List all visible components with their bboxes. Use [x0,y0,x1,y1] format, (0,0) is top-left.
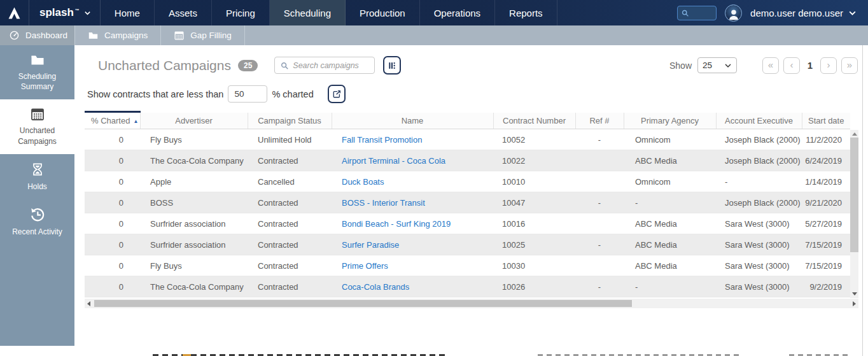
table-row[interactable]: 0Surfrider associationContractedBondi Be… [85,213,850,234]
cell-advertiser: Fly Buys [140,255,248,276]
column-chooser-button[interactable] [383,56,401,75]
campaign-link[interactable]: Fall Transit Promotion [342,135,422,145]
user-name: demo.user demo.user [750,8,843,18]
pagination: «‹1›» [762,57,858,74]
campaign-link[interactable]: BOSS - Interior Transit [342,198,425,208]
column-header-advertiser[interactable]: Advertiser [140,112,248,129]
sidebar-item-recent-activity[interactable]: Recent Activity [0,199,74,245]
sidebar-item-scheduling-summary[interactable]: Scheduling Summary [0,45,74,99]
toolbar-item-dashboard[interactable]: Dashboard [0,25,75,45]
folder-icon [88,30,99,41]
cell-contract-number: 10010 [493,171,575,192]
page-title: Uncharted Campaigns [98,58,231,73]
global-search[interactable] [677,6,717,20]
global-search-input[interactable] [692,8,716,17]
scroll-down-icon[interactable] [852,292,857,295]
cell-primary-agency: ABC Media [624,234,716,255]
column-header-name[interactable]: Name [332,112,493,129]
table-row[interactable]: 0Fly BuysContractedPrime Offers10030ABC … [85,255,850,276]
page-size-group: Show 25 [669,57,737,73]
nav-item-production[interactable]: Production [346,0,420,25]
section-toolbar: DashboardCampaignsGap Filling [0,25,868,45]
column-header-contract-number[interactable]: Contract Number [493,112,575,129]
campaign-link[interactable]: Bondi Beach - Surf King 2019 [342,219,451,229]
nav-item-pricing[interactable]: Pricing [212,0,270,25]
nav-item-home[interactable]: Home [101,0,155,25]
cell-start-date: 6/24/2019 [802,150,850,171]
table-row[interactable]: 0BOSSContractedBOSS - Interior Transit10… [85,192,850,213]
first-page-button[interactable]: « [762,57,779,74]
cell--charted: 0 [85,192,140,213]
vertical-scroll-thumb[interactable] [850,138,858,252]
sort-ascending-icon: ▲ [133,118,138,124]
previous-page-button[interactable]: ‹ [783,57,800,74]
sidebar-item-label: Recent Activity [12,227,62,237]
column-header-label: Campaign Status [258,116,321,125]
campaign-link[interactable]: Airport Terminal - Coca Cola [342,156,445,166]
main-content: Uncharted Campaigns 25 Show 25 «‹1›» Sho… [74,45,868,356]
cell-ref-: - [575,276,624,297]
column-header--charted[interactable]: % Charted▲ [85,112,140,129]
filter-suffix-label: % charted [272,89,313,99]
column-header-label: % Charted [91,116,130,125]
cell-contract-number: 10022 [493,150,575,171]
table-row[interactable]: 0The Coca-Cola CompanyContractedCoca-Col… [85,276,850,297]
campaign-search[interactable] [274,57,375,74]
cell-advertiser: Fly Buys [140,129,248,150]
table-row[interactable]: 0Surfrider associationContractedSurfer P… [85,234,850,255]
cell-advertiser: Surfrider association [140,234,248,255]
export-button[interactable] [328,85,346,103]
sidebar-item-holds[interactable]: Holds [0,154,74,199]
page-size-select[interactable]: 25 [697,57,737,73]
cell-ref- [575,213,624,234]
campaign-link[interactable]: Prime Offers [342,261,388,271]
chevron-down-icon [84,10,91,17]
toolbar-item-gap-filling[interactable]: Gap Filling [161,25,245,45]
column-header-primary-agency[interactable]: Primary Agency [624,112,716,129]
column-header-start-date[interactable]: Start date [802,112,850,129]
cell-ref- [575,150,624,171]
cell-start-date: 9/2/2019 [802,276,850,297]
table-row[interactable]: 0Fly BuysUnlimited HoldFall Transit Prom… [85,129,850,150]
campaign-link[interactable]: Coca-Cola Brands [342,282,409,292]
avatar[interactable] [725,4,742,22]
user-menu[interactable]: demo.user demo.user [750,8,857,18]
horizontal-scrollbar[interactable] [85,299,858,308]
cell-start-date: 1/14/2019 [802,171,850,192]
vertical-scrollbar[interactable] [850,130,858,298]
calendar-icon [174,30,185,41]
table-row[interactable]: 0AppleCancelledDuck Boats10010Omnicom-1/… [85,171,850,192]
scroll-left-icon[interactable] [87,301,90,306]
app-logo[interactable] [0,0,29,25]
sidebar-item-label: Scheduling Summary [4,71,71,92]
nav-item-reports[interactable]: Reports [495,0,557,25]
cell-name: Fall Transit Promotion [332,129,493,150]
column-header-account-executive[interactable]: Account Executive [716,112,802,129]
table-body: 0Fly BuysUnlimited HoldFall Transit Prom… [85,129,850,297]
cell-name: Duck Boats [332,171,493,192]
column-header-ref-[interactable]: Ref # [575,112,624,129]
column-header-campaign-status[interactable]: Campaign Status [248,112,332,129]
cell-campaign-status: Contracted [248,150,332,171]
next-page-button[interactable]: › [820,57,837,74]
folder-icon [29,52,46,68]
nav-item-scheduling[interactable]: Scheduling [270,0,346,25]
sidebar-item-uncharted-campaigns[interactable]: Uncharted Campaigns [0,99,74,153]
nav-item-operations[interactable]: Operations [420,0,495,25]
charted-threshold-input[interactable] [228,85,267,103]
scroll-right-icon[interactable] [853,301,856,306]
table-row[interactable]: 0The Coca-Cola CompanyContractedAirport … [85,150,850,171]
scroll-up-icon[interactable] [852,132,857,136]
last-page-button[interactable]: » [841,57,858,74]
nav-item-assets[interactable]: Assets [155,0,212,25]
cell-name: BOSS - Interior Transit [332,192,493,213]
cell--charted: 0 [85,150,140,171]
brand-menu[interactable]: splash™ [29,0,101,25]
cell-account-executive: Sara West (3000) [716,255,802,276]
campaign-link[interactable]: Duck Boats [342,177,384,187]
campaign-link[interactable]: Surfer Paradise [342,240,399,250]
toolbar-item-campaigns[interactable]: Campaigns [75,25,161,45]
campaign-search-input[interactable] [293,61,366,70]
horizontal-scroll-thumb[interactable] [94,300,632,307]
cell-primary-agency: - [624,192,716,213]
